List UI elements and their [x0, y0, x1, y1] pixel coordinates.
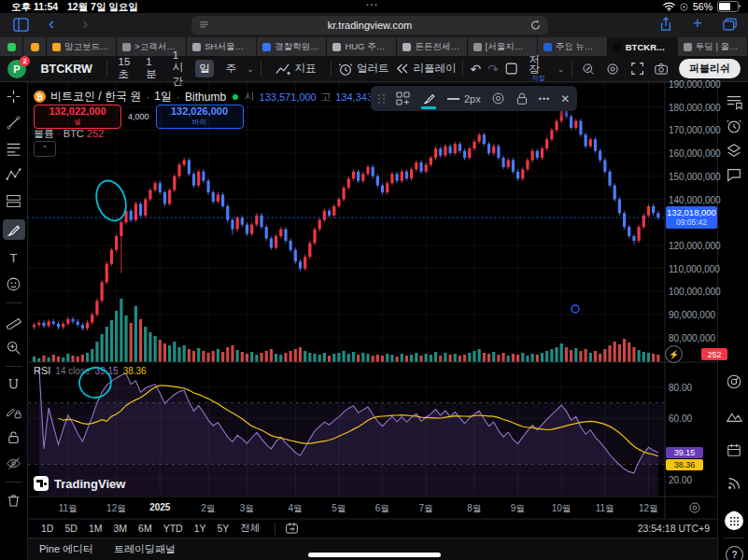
calendar-icon[interactable]	[726, 441, 742, 458]
interval-button[interactable]: 1시간	[169, 48, 188, 91]
tabs-overview-icon[interactable]	[723, 18, 737, 31]
chart-style-icon[interactable]	[268, 62, 270, 77]
collapse-legend-button[interactable]: ⌃	[34, 141, 56, 157]
browser-tab[interactable]: HUG 주택도시…	[327, 37, 397, 56]
session-clock[interactable]: 23:54:18 UTC+9	[638, 523, 710, 534]
publish-button[interactable]: 퍼블리쉬	[679, 59, 741, 78]
time-axis-label[interactable]: 10월	[552, 502, 572, 515]
redo-icon[interactable]: ↷	[487, 62, 499, 77]
browser-tab[interactable]: [서울지역본부]…	[468, 37, 538, 56]
time-axis-label[interactable]: 5월	[332, 502, 346, 515]
zoom-in-tool-icon[interactable]	[3, 340, 25, 356]
volume-legend[interactable]: 볼륨 · BTC 252	[34, 127, 104, 141]
template-icon[interactable]	[396, 91, 410, 105]
remove-drawings-icon[interactable]	[3, 493, 25, 509]
snapshot-camera-icon[interactable]	[655, 63, 668, 76]
pattern-tool-icon[interactable]	[3, 167, 25, 183]
save-chevron-icon[interactable]: ⌄	[557, 64, 565, 74]
undo-icon[interactable]: ↶	[470, 62, 481, 77]
alerts-panel-icon[interactable]	[726, 118, 742, 134]
reader-icon[interactable]	[199, 21, 209, 30]
indicators-button[interactable]: 지표	[275, 62, 316, 76]
magnet-tool-icon[interactable]	[3, 377, 25, 393]
pinned-tab[interactable]	[23, 37, 47, 56]
reload-icon[interactable]	[530, 20, 541, 31]
trendline-tool-icon[interactable]	[3, 115, 25, 131]
ideas-icon[interactable]	[726, 408, 742, 425]
drag-handle[interactable]	[378, 94, 386, 104]
tradingview-watermark[interactable]: TradingView	[34, 476, 125, 491]
select-layout-icon[interactable]	[505, 62, 517, 76]
sidebar-toggle-icon[interactable]	[13, 18, 29, 32]
range-button[interactable]: 3M	[107, 522, 133, 535]
bottom-panel-tab[interactable]: Pine 에디터	[39, 542, 93, 556]
home-indicator[interactable]	[308, 553, 441, 557]
time-axis-label[interactable]: 12월	[639, 502, 658, 515]
news-feed-icon[interactable]	[726, 475, 742, 492]
symbol-title[interactable]: 비트코인 / 한국 원	[50, 89, 141, 105]
rsi-legend[interactable]: RSI 14 close 39.15 38.36	[34, 365, 147, 376]
interval-button[interactable]: 일	[195, 60, 214, 77]
compare-add-icon[interactable]	[99, 61, 101, 77]
drawing-settings-icon[interactable]	[491, 91, 505, 105]
range-button[interactable]: 5D	[59, 522, 82, 535]
apps-menu-icon[interactable]	[725, 511, 743, 530]
time-axis-label[interactable]: 7월	[418, 502, 433, 515]
settings-icon[interactable]	[606, 62, 619, 77]
fullscreen-icon[interactable]	[631, 62, 643, 76]
new-tab-icon[interactable]: +	[693, 14, 702, 33]
text-tool-icon[interactable]: T	[3, 250, 25, 266]
fib-tool-icon[interactable]	[3, 141, 25, 157]
watchlist-icon[interactable]	[726, 93, 742, 110]
alert-button[interactable]: 얼러트	[338, 62, 389, 77]
time-axis-label[interactable]: 4월	[289, 502, 303, 515]
line-width-button[interactable]: 2px	[447, 93, 481, 105]
time-axis-label[interactable]: 6월	[375, 502, 390, 515]
range-button[interactable]: 1M	[83, 522, 108, 535]
go-to-date-icon[interactable]	[285, 522, 299, 535]
crosshair-tool-icon[interactable]	[3, 89, 25, 105]
back-button[interactable]: ‹	[49, 13, 54, 34]
symbol-name[interactable]: BTCKRW	[40, 63, 92, 76]
lock-all-icon[interactable]	[3, 429, 25, 445]
range-button[interactable]: 6M	[133, 522, 158, 535]
symbol-search-icon[interactable]	[33, 62, 34, 76]
drawing-lock-icon[interactable]	[515, 91, 529, 105]
emoji-tool-icon[interactable]	[3, 276, 25, 292]
time-axis-label[interactable]: 8월	[467, 502, 482, 515]
pinned-tab[interactable]	[0, 37, 23, 56]
range-button[interactable]: 전체	[234, 521, 265, 536]
forward-button[interactable]: ›	[82, 13, 88, 34]
time-axis-label[interactable]: 11월	[59, 502, 78, 515]
save-button[interactable]: 저장 저장	[529, 55, 547, 83]
address-bar[interactable]: kr.tradingview.com	[191, 16, 548, 35]
drawing-mode-lock-icon[interactable]	[3, 403, 25, 419]
more-options-icon[interactable]: •••	[539, 94, 550, 104]
interval-button[interactable]: 15초	[114, 54, 134, 83]
measure-tool-icon[interactable]	[3, 314, 25, 329]
range-button[interactable]: 5Y	[212, 522, 235, 535]
layout-grid-icon[interactable]	[322, 62, 324, 77]
time-axis-label[interactable]: 9월	[511, 502, 526, 515]
position-tool-icon[interactable]	[3, 193, 25, 209]
time-axis-label[interactable]: 12월	[106, 502, 126, 515]
buy-button[interactable]: 132,026,000바이	[156, 105, 244, 129]
interval-button[interactable]: 1분	[142, 54, 161, 83]
browser-tab[interactable]: 망고보드 - 제	[47, 37, 117, 56]
time-axis-label[interactable]: 3월	[240, 502, 255, 515]
time-axis-settings-icon[interactable]	[688, 501, 701, 514]
bottom-panel-tab[interactable]: 트레이딩패널	[114, 542, 176, 556]
instant-trading-icon[interactable]: ⚡	[665, 345, 683, 363]
browser-tab[interactable]: 든든전세 (입주…	[397, 37, 467, 56]
browser-tab[interactable]: 경찰학원 1위 |…	[257, 37, 327, 56]
share-icon[interactable]	[659, 17, 672, 32]
interval-button[interactable]: 주	[222, 60, 241, 77]
sell-button[interactable]: 132,022,000셀	[34, 105, 121, 129]
hide-drawings-icon[interactable]	[3, 455, 25, 471]
close-toolbar-icon[interactable]: ✕	[560, 92, 570, 105]
range-button[interactable]: 1Y	[189, 522, 212, 535]
time-axis-label[interactable]: 2월	[201, 502, 216, 515]
interval-chevron-icon[interactable]: ⌄	[247, 64, 254, 74]
help-icon[interactable]: ?	[726, 546, 743, 560]
active-brush-color-icon[interactable]	[420, 90, 437, 108]
